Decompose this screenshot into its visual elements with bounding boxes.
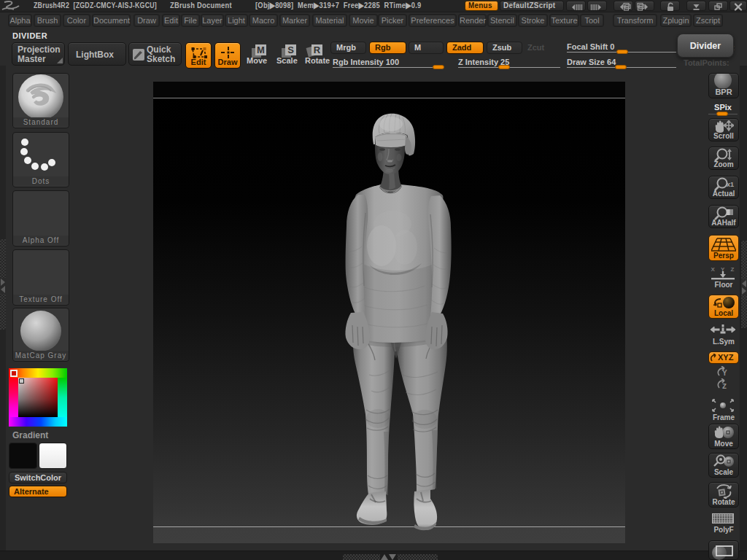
svg-text:Y: Y xyxy=(722,369,727,377)
svg-text:x1: x1 xyxy=(727,181,734,188)
svg-text:Z: Z xyxy=(722,383,727,390)
